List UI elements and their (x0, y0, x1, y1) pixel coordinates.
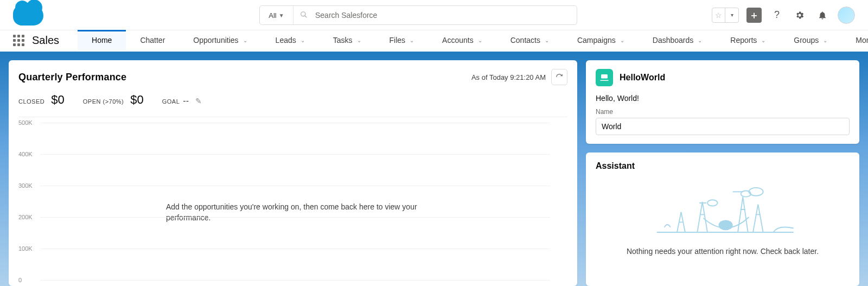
gridline (40, 154, 550, 155)
nav-item-label: Reports (730, 36, 757, 45)
nav-more-label: More (856, 36, 868, 45)
gridline (40, 186, 550, 186)
qp-title: Quarterly Performance (18, 72, 126, 83)
refresh-icon (556, 73, 563, 81)
nav-item-groups[interactable]: Groups⌄ (780, 30, 841, 50)
svg-point-6 (707, 200, 718, 206)
edit-goal-pencil-icon[interactable]: ✎ (195, 97, 202, 105)
helloworld-greeting: Hello, World! (596, 94, 850, 103)
svg-line-1 (305, 15, 307, 17)
nav-item-label: Groups (794, 36, 819, 45)
qp-empty-message: Add the opportunities you're working on,… (166, 201, 437, 224)
helloworld-card: HelloWorld Hello, World! Name (586, 60, 859, 144)
global-search[interactable]: All ▼ (259, 5, 577, 25)
chevron-down-icon: ⌄ (301, 37, 305, 43)
favorites-control[interactable]: ☆ ▾ (712, 8, 739, 23)
setup-gear-icon[interactable] (792, 8, 807, 23)
nav-item-label: Leads (276, 36, 296, 45)
help-icon[interactable]: ? (769, 8, 784, 23)
cloud-icon (13, 5, 43, 26)
search-body (293, 6, 577, 24)
nav-item-label: Accounts (442, 36, 474, 45)
star-icon: ☆ (712, 8, 725, 22)
y-axis-tick-label: 300K (18, 182, 33, 189)
qp-goal-value: -- (183, 96, 189, 106)
caret-down-icon[interactable]: ▾ (725, 8, 738, 22)
header-utilities: ☆ ▾ ＋ ? (712, 7, 855, 24)
qp-open-label: OPEN (>70%) (83, 98, 124, 105)
app-nav-bar: Sales HomeChatterOpportunities⌄Leads⌄Tas… (0, 30, 868, 52)
qp-goal: GOAL -- ✎ (162, 96, 202, 106)
qp-closed-value: $0 (51, 93, 64, 107)
gridline (40, 217, 550, 218)
y-axis-tick-label: 500K (18, 119, 33, 126)
nav-item-home[interactable]: Home (78, 30, 126, 50)
component-icon (596, 69, 613, 86)
search-input[interactable] (315, 11, 570, 20)
nav-item-label: Dashboards (653, 36, 694, 45)
gridline (40, 249, 550, 249)
qp-closed: CLOSED $0 (18, 93, 65, 107)
chevron-down-icon: ⌄ (357, 37, 361, 43)
assistant-illustration (647, 174, 799, 245)
app-launcher-button[interactable] (13, 30, 24, 50)
nav-item-reports[interactable]: Reports⌄ (716, 30, 780, 50)
y-axis-tick-label: 0 (18, 277, 22, 283)
chevron-down-icon: ⌄ (545, 37, 549, 43)
chevron-down-icon: ⌄ (823, 37, 827, 43)
qp-as-of: As of Today 9:21:20 AM (471, 73, 546, 81)
y-axis-tick-label: 400K (18, 151, 33, 157)
caret-down-icon: ▼ (279, 12, 284, 18)
global-header: All ▼ ☆ ▾ ＋ ? (0, 0, 868, 30)
nav-item-accounts[interactable]: Accounts⌄ (428, 30, 496, 50)
search-scope-selector[interactable]: All ▼ (260, 6, 293, 24)
chevron-down-icon: ⌄ (698, 37, 702, 43)
search-scope-label: All (269, 11, 276, 20)
chevron-down-icon: ⌄ (761, 37, 765, 43)
nav-item-label: Files (390, 36, 406, 45)
user-avatar[interactable] (838, 7, 855, 24)
nav-item-opportunities[interactable]: Opportunities⌄ (179, 30, 261, 50)
nav-item-tasks[interactable]: Tasks⌄ (319, 30, 375, 50)
nav-item-label: Chatter (140, 36, 165, 45)
search-icon (300, 11, 308, 20)
assistant-message: Nothing needs your attention right now. … (627, 247, 819, 256)
qp-chart-area: Add the opportunities you're working on,… (18, 117, 567, 286)
nav-item-contacts[interactable]: Contacts⌄ (496, 30, 563, 50)
nav-item-dashboards[interactable]: Dashboards⌄ (639, 30, 717, 50)
nav-item-leads[interactable]: Leads⌄ (261, 30, 319, 50)
assistant-card: Assistant (586, 152, 859, 286)
svg-point-0 (301, 11, 305, 16)
chevron-down-icon: ⌄ (620, 37, 624, 43)
nav-item-chatter[interactable]: Chatter (126, 30, 179, 50)
nav-item-campaigns[interactable]: Campaigns⌄ (563, 30, 639, 50)
nav-item-label: Tasks (333, 36, 353, 45)
svg-point-3 (719, 220, 733, 231)
chevron-down-icon: ⌄ (478, 37, 482, 43)
refresh-button[interactable] (551, 69, 567, 85)
nav-item-label: Opportunities (193, 36, 238, 45)
gridline (40, 123, 550, 123)
chevron-down-icon: ⌄ (410, 37, 414, 43)
qp-open-value: $0 (130, 93, 143, 107)
svg-rect-2 (601, 74, 608, 79)
nav-more[interactable]: More ▼ (841, 30, 868, 50)
waffle-icon (13, 35, 24, 46)
gridline (40, 280, 550, 281)
qp-goal-label: GOAL (162, 98, 180, 105)
salesforce-logo[interactable] (13, 5, 46, 26)
chevron-down-icon: ⌄ (243, 37, 247, 43)
nav-item-label: Contacts (510, 36, 540, 45)
global-actions-button[interactable]: ＋ (746, 8, 762, 23)
notifications-bell-icon[interactable] (815, 8, 830, 23)
assistant-title: Assistant (596, 161, 635, 171)
app-name: Sales (24, 30, 78, 50)
nav-item-label: Campaigns (577, 36, 616, 45)
y-axis-tick-label: 100K (18, 245, 33, 252)
quarterly-performance-card: Quarterly Performance As of Today 9:21:2… (9, 60, 577, 286)
qp-open: OPEN (>70%) $0 (83, 93, 144, 107)
y-axis-tick-label: 200K (18, 214, 33, 220)
page-stage: Quarterly Performance As of Today 9:21:2… (0, 52, 868, 286)
helloworld-name-input[interactable] (596, 118, 850, 135)
nav-item-files[interactable]: Files⌄ (375, 30, 429, 50)
